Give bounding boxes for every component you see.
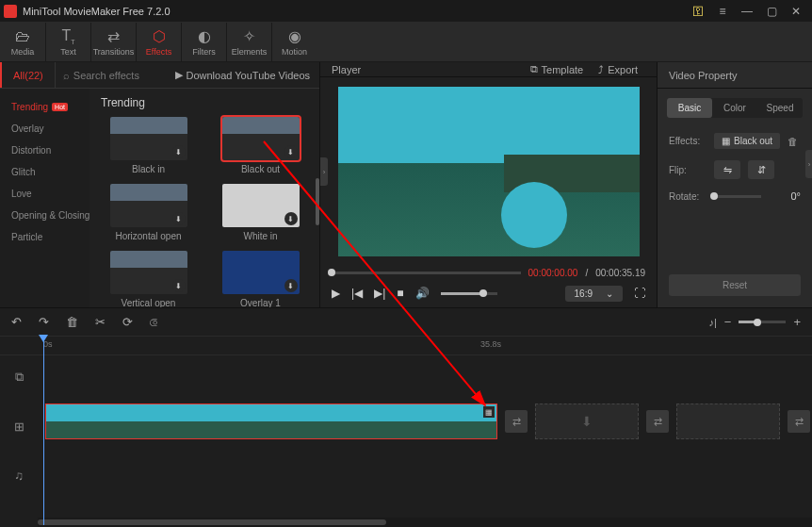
- download-icon[interactable]: ⬇: [172, 212, 186, 225]
- delete-effect-icon[interactable]: 🗑: [788, 136, 798, 147]
- license-key-icon[interactable]: ⚿: [686, 0, 710, 23]
- tab-elements[interactable]: ✧Elements: [226, 23, 271, 61]
- split-button[interactable]: ✂: [95, 315, 106, 329]
- zoom-in-button[interactable]: +: [793, 315, 801, 329]
- close-button[interactable]: ✕: [784, 0, 808, 23]
- time-current: 00:00:00.00: [528, 268, 578, 278]
- property-tab-color[interactable]: Color: [712, 98, 757, 118]
- track-audio-icon[interactable]: ♫: [0, 454, 38, 497]
- chevron-down-icon: ⌄: [606, 288, 613, 299]
- effect-black-out[interactable]: ⬇Black out: [213, 117, 308, 174]
- expand-left-handle[interactable]: ›: [320, 157, 328, 186]
- tab-motion[interactable]: ◉Motion: [271, 23, 317, 61]
- category-overlay[interactable]: Overlay: [0, 118, 89, 140]
- zoom-slider[interactable]: [739, 321, 786, 323]
- delete-button[interactable]: 🗑: [66, 315, 78, 329]
- prev-frame-button[interactable]: |◀: [351, 287, 363, 300]
- elements-icon: ✧: [243, 27, 255, 45]
- tab-transitions[interactable]: ⇄Transitions: [90, 23, 136, 61]
- drop-zone[interactable]: ⬇: [535, 403, 639, 439]
- tab-filters[interactable]: ◐Filters: [181, 23, 226, 61]
- flip-label: Flip:: [669, 165, 706, 175]
- undo-button[interactable]: ↶: [11, 315, 22, 329]
- video-clip[interactable]: ▦: [45, 403, 497, 439]
- motion-icon: ◉: [288, 27, 301, 45]
- timeline-ruler[interactable]: 0s 35.8s: [0, 337, 812, 355]
- zoom-out-button[interactable]: −: [724, 315, 732, 329]
- transition-slot[interactable]: ⇄: [788, 410, 810, 433]
- all-effects-count[interactable]: All(22): [0, 62, 55, 88]
- crop-button[interactable]: ⟃: [150, 315, 157, 329]
- tab-text[interactable]: TTText: [45, 23, 90, 61]
- effect-vertical-open[interactable]: ⬇Vertical open: [101, 251, 196, 307]
- volume-slider[interactable]: [441, 292, 497, 295]
- export-icon: ⤴: [598, 64, 604, 75]
- search-icon: ⌕: [63, 70, 70, 81]
- category-glitch[interactable]: Glitch: [0, 161, 89, 183]
- menu-icon[interactable]: ≡: [710, 0, 735, 23]
- applied-effect-value[interactable]: ▦Black out: [714, 133, 780, 149]
- rotate-value: 0°: [790, 190, 801, 202]
- fullscreen-button[interactable]: ⛶: [634, 287, 645, 300]
- track-video-icon[interactable]: ⊞: [0, 398, 38, 454]
- effect-horizontal-open[interactable]: ⬇Horizontal open: [101, 184, 196, 241]
- download-youtube-link[interactable]: ▶Download YouTube Videos: [166, 69, 320, 81]
- youtube-icon: ▶: [175, 69, 183, 81]
- category-particle[interactable]: Particle: [0, 226, 89, 248]
- playhead[interactable]: [43, 337, 44, 525]
- main-toolbar: 🗁Media TTText ⇄Transitions ⬡Effects ◐Fil…: [0, 23, 812, 62]
- download-icon[interactable]: ⬇: [172, 279, 186, 292]
- rotate-label: Rotate:: [669, 191, 706, 202]
- next-frame-button[interactable]: ▶|: [374, 287, 385, 300]
- stop-button[interactable]: ■: [397, 287, 403, 300]
- redo-button[interactable]: ↷: [39, 315, 49, 329]
- folder-icon: 🗁: [15, 28, 30, 45]
- effects-label: Effects:: [669, 136, 706, 146]
- play-button[interactable]: ▶: [332, 287, 340, 300]
- transitions-icon: ⇄: [107, 27, 120, 45]
- download-icon[interactable]: ⬇: [284, 212, 298, 225]
- download-icon[interactable]: ⬇: [284, 279, 298, 292]
- property-tab-basic[interactable]: Basic: [667, 98, 712, 118]
- effect-overlay-1[interactable]: ⬇Overlay 1: [213, 251, 308, 307]
- search-input[interactable]: ⌕Search effects: [55, 62, 166, 88]
- track-overlay-icon[interactable]: ⧉: [0, 355, 38, 398]
- drop-zone[interactable]: [676, 403, 780, 439]
- effect-white-in[interactable]: ⬇White in: [213, 184, 308, 241]
- timeline-scrollbar[interactable]: [38, 518, 812, 527]
- audio-toggle-icon[interactable]: ♪|: [708, 317, 716, 328]
- download-icon[interactable]: ⬇: [172, 145, 186, 158]
- seek-slider[interactable]: [332, 272, 521, 274]
- expand-right-handle[interactable]: ›: [805, 150, 812, 178]
- category-distortion[interactable]: Distortion: [0, 140, 89, 161]
- template-icon: ⧉: [530, 63, 538, 75]
- effect-black-in[interactable]: ⬇Black in: [101, 117, 196, 174]
- property-tab-speed[interactable]: Speed: [757, 98, 803, 118]
- app-title: MiniTool MovieMaker Free 7.2.0: [23, 6, 686, 17]
- reset-button[interactable]: Reset: [669, 274, 801, 296]
- speed-button[interactable]: ⟳: [122, 315, 133, 329]
- template-button[interactable]: ⧉Template: [523, 63, 592, 75]
- clip-effect-badge-icon: ▦: [483, 406, 495, 418]
- maximize-button[interactable]: ▢: [759, 0, 784, 23]
- transition-slot[interactable]: ⇄: [646, 410, 669, 433]
- category-trending[interactable]: TrendingHot: [0, 96, 89, 118]
- grid-section-title: Trending: [101, 96, 308, 109]
- scrollbar-thumb[interactable]: [316, 178, 319, 225]
- export-button[interactable]: ⤴Export: [591, 64, 645, 75]
- download-icon[interactable]: ⬇: [284, 145, 298, 158]
- flip-horizontal-button[interactable]: ⇋: [714, 160, 740, 179]
- tab-media[interactable]: 🗁Media: [0, 23, 45, 61]
- transition-slot[interactable]: ⇄: [505, 410, 528, 433]
- aspect-ratio-select[interactable]: 16:9⌄: [565, 286, 623, 302]
- minimize-button[interactable]: —: [735, 0, 759, 23]
- category-opening[interactable]: Opening & Closing: [0, 205, 89, 226]
- rotate-slider[interactable]: [714, 195, 761, 198]
- category-love[interactable]: Love: [0, 183, 89, 205]
- flip-vertical-button[interactable]: ⇵: [748, 160, 774, 179]
- volume-icon[interactable]: 🔊: [415, 287, 430, 300]
- time-total: 00:00:35.19: [595, 268, 645, 278]
- video-preview[interactable]: [338, 87, 640, 256]
- tab-effects[interactable]: ⬡Effects: [136, 23, 181, 61]
- effect-badge-icon: ▦: [722, 136, 730, 146]
